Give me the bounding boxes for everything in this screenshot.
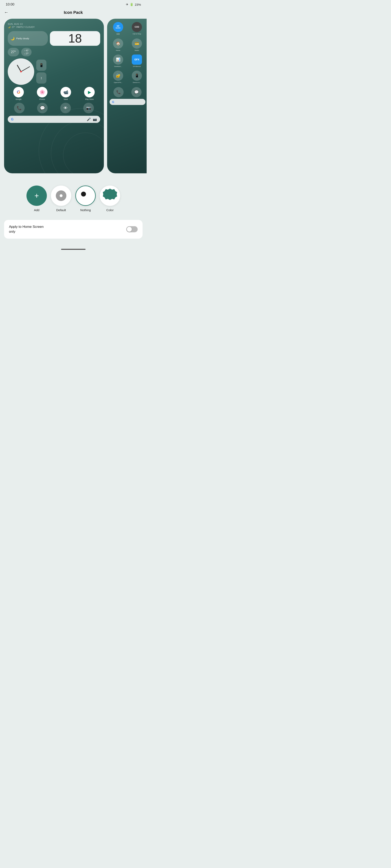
default-circle bbox=[51, 186, 71, 206]
add-circle: + bbox=[26, 186, 47, 206]
dock-messages[interactable]: 💬 bbox=[37, 103, 48, 113]
nothing-label: Nothing bbox=[80, 208, 91, 212]
page-title: Icon Pack bbox=[64, 10, 83, 15]
calendar-widget: 18 bbox=[50, 31, 100, 46]
phone2-app-home[interactable]: 🏠 Home bbox=[110, 38, 127, 51]
search-camera-icon[interactable]: 📷 bbox=[93, 117, 97, 121]
app-grid: G Google 🌸 Photos 📹 Meet bbox=[8, 87, 100, 100]
default-inner-icon bbox=[56, 190, 66, 201]
nothing-icon-container bbox=[80, 190, 91, 202]
airplane-icon: ✈ bbox=[126, 3, 129, 6]
minute-hand bbox=[21, 66, 30, 72]
option-color[interactable]: Color bbox=[100, 186, 120, 212]
toggle-knob bbox=[127, 227, 132, 232]
photos-icon: 🌸 bbox=[37, 87, 48, 97]
phone2-top-grid: KF MARK 快查 COD Call of Duty bbox=[110, 22, 145, 37]
dock-camera-eye[interactable]: 👁 bbox=[60, 103, 71, 113]
date-weather-header: SUN, AUG 13 🌙 27° PARTLY CLOUDY bbox=[8, 23, 100, 28]
apply-section: Apply to Home Screen only bbox=[4, 220, 143, 239]
app-label-google: Google bbox=[16, 98, 21, 100]
analog-clock bbox=[8, 58, 34, 85]
wallet-icon: 💳 bbox=[132, 38, 142, 49]
options-row: + Add Default Nothing bbox=[5, 186, 142, 212]
app-label-meet: Meet bbox=[64, 98, 68, 100]
phone2-dock: 📞 💬 bbox=[110, 87, 145, 97]
phone2-app-gfxbench[interactable]: GFX GFXBench bbox=[128, 55, 145, 67]
wallet-label: Wallet bbox=[131, 50, 143, 51]
nothing-circle-inner bbox=[80, 191, 87, 197]
weather-widget-text: Partly cloudy bbox=[16, 37, 29, 40]
icon-options-section: + Add Default Nothing bbox=[0, 182, 147, 220]
kfmark-icon: KF MARK bbox=[113, 22, 123, 32]
phone2-search-bar[interactable]: G bbox=[110, 99, 145, 105]
phone2-grid-2: 🏠 Home 💳 Wallet bbox=[110, 38, 145, 53]
option-nothing[interactable]: Nothing bbox=[75, 186, 96, 212]
widget-phone-info: 📱 bbox=[36, 60, 47, 71]
phone2-grid-3: 📊 Geekben... GFX GFXBench bbox=[110, 55, 145, 69]
status-bar: 10:00 ✈ 🔋 23% bbox=[0, 0, 147, 8]
phone2-search-g: G bbox=[112, 100, 114, 103]
back-button[interactable]: ← bbox=[4, 10, 8, 14]
phone2-app-kfmark[interactable]: KF MARK 快查 bbox=[110, 22, 127, 35]
phone2-dock-phone[interactable]: 📞 bbox=[113, 87, 123, 97]
deviceinfo-icon: 📱 bbox=[132, 70, 142, 81]
clock-center-dot bbox=[20, 71, 22, 72]
temp-range: ↑ 42° ↓ 27° bbox=[21, 48, 32, 56]
bottom-nav bbox=[0, 245, 147, 256]
geekbench-icon: 📊 bbox=[113, 55, 123, 65]
weather-temp-small: 27° bbox=[12, 26, 15, 28]
cod-icon: COD bbox=[132, 22, 142, 32]
phone2-dock-chat[interactable]: 💬 bbox=[131, 87, 142, 97]
weather-moon-icon: 🌙 bbox=[8, 26, 10, 28]
home-label: Home bbox=[112, 50, 124, 51]
gfxbench-icon: GFX bbox=[132, 55, 142, 65]
option-default[interactable]: Default bbox=[51, 186, 71, 212]
widget-fitness: ↕ bbox=[36, 72, 47, 84]
weather-line: 🌙 27° PARTLY CLOUDY bbox=[8, 26, 100, 28]
date-display: SUN, AUG 13 bbox=[8, 23, 100, 25]
phone2-app-geekbench[interactable]: 📊 Geekben... bbox=[110, 55, 127, 67]
phone2-app-openvpn[interactable]: 🔐 OpenVPN... bbox=[110, 70, 127, 84]
add-plus-icon: + bbox=[34, 192, 39, 199]
apply-label: Apply to Home Screen only bbox=[9, 224, 50, 234]
kfmark-label: 快查 bbox=[112, 33, 124, 35]
option-add[interactable]: + Add bbox=[26, 186, 47, 212]
phone-preview-main: SUN, AUG 13 🌙 27° PARTLY CLOUDY 🌙 Partly… bbox=[4, 19, 104, 173]
playstore-icon: ▶ bbox=[84, 87, 95, 97]
app-item-photos[interactable]: 🌸 Photos bbox=[31, 87, 53, 100]
calendar-day: 18 bbox=[68, 32, 82, 44]
nothing-circle bbox=[75, 186, 96, 206]
search-mic-icon[interactable]: 🎤 bbox=[87, 117, 91, 121]
phone2-app-cod[interactable]: COD Call of Duty bbox=[128, 22, 145, 35]
weather-widget: 🌙 Partly cloudy bbox=[8, 31, 48, 46]
default-label: Default bbox=[56, 208, 66, 212]
weather-widget-icon: 🌙 bbox=[10, 37, 15, 40]
cod-label: Call of Duty bbox=[131, 33, 143, 35]
openvpn-icon: 🔐 bbox=[113, 70, 123, 81]
app-item-meet[interactable]: 📹 Meet bbox=[55, 87, 77, 100]
geekbench-label: Geekben... bbox=[112, 65, 124, 67]
dock-phone[interactable]: 📞 bbox=[14, 103, 25, 113]
phone2-app-wallet[interactable]: 💳 Wallet bbox=[128, 38, 145, 51]
home-icon: 🏠 bbox=[113, 38, 123, 49]
status-time: 10:00 bbox=[6, 2, 15, 6]
openvpn-label: OpenVPN... bbox=[112, 82, 124, 84]
search-bar[interactable]: G 🎤 📷 bbox=[8, 116, 100, 123]
phone2-app-deviceinfo[interactable]: 📱 Device In... bbox=[128, 70, 145, 84]
default-dot bbox=[60, 194, 62, 197]
status-icons: ✈ 🔋 23% bbox=[126, 3, 141, 6]
color-badge-icon bbox=[103, 189, 117, 203]
dock-camera[interactable]: 📷 bbox=[83, 103, 94, 113]
apply-toggle[interactable] bbox=[126, 226, 138, 232]
battery-level: 23% bbox=[135, 3, 141, 6]
app-item-playstore[interactable]: ▶ Play Store bbox=[79, 87, 100, 100]
phone2-inner: KF MARK 快查 COD Call of Duty 🏠 Home bbox=[107, 19, 147, 108]
gfxbench-label: GFXBench bbox=[131, 65, 143, 67]
temp-current: 27° bbox=[8, 48, 19, 56]
app-label-playstore: Play Store bbox=[85, 98, 94, 100]
meet-icon: 📹 bbox=[60, 87, 71, 97]
battery-icon: 🔋 bbox=[130, 3, 134, 6]
phone-preview-secondary: KF MARK 快查 COD Call of Duty 🏠 Home bbox=[107, 19, 147, 173]
app-item-google[interactable]: G Google bbox=[8, 87, 29, 100]
search-google-logo: G bbox=[11, 118, 13, 121]
